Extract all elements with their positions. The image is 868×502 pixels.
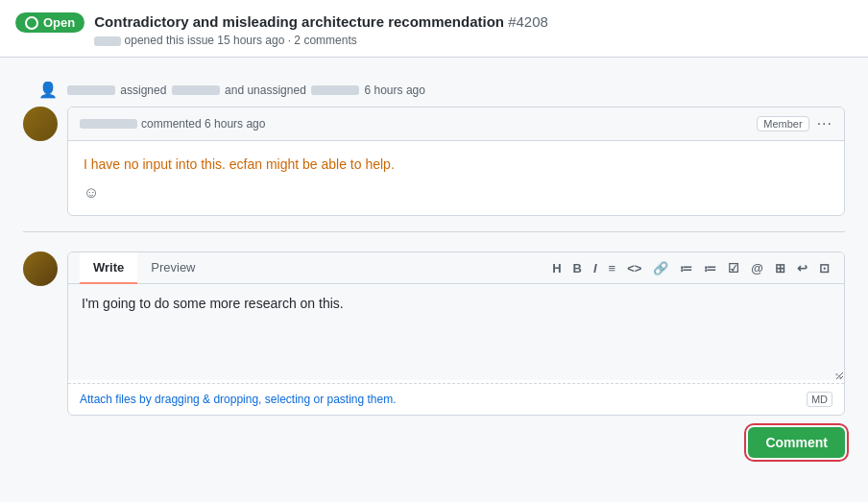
compose-input[interactable]: I'm going to do some more research on th…: [68, 284, 844, 380]
more-options-button[interactable]: ···: [817, 115, 832, 132]
compose-footer: Attach files by dragging & dropping, sel…: [68, 383, 844, 415]
toolbar-task-list[interactable]: ☑: [725, 259, 742, 277]
comment-header: commented 6 hours ago Member ···: [68, 108, 844, 141]
toolbar-undo[interactable]: ↩: [794, 259, 810, 277]
comment-body: I have no input into this. ecfan might b…: [68, 141, 844, 215]
activity-text: assigned and unassigned 6 hours ago: [65, 84, 425, 97]
author-avatar-pill: [94, 36, 121, 46]
member-badge: Member: [757, 116, 808, 131]
open-circle-icon: [25, 16, 38, 30]
user-pill-2: [172, 85, 220, 95]
commenter-avatar: [23, 107, 58, 141]
comment-header-left: commented 6 hours ago: [80, 117, 265, 131]
md-badge: MD: [807, 392, 832, 407]
person-icon: 👤: [38, 81, 58, 99]
user-pill-1: [67, 85, 115, 95]
tab-write[interactable]: Write: [80, 252, 137, 284]
issue-title-block: Contradictory and misleading architectur…: [94, 12, 548, 47]
comment-text: I have no input into this. ecfan might b…: [84, 155, 829, 175]
comment-author-pill: [80, 119, 137, 129]
issue-meta: opened this issue 15 hours ago · 2 comme…: [94, 34, 548, 47]
toolbar-unordered-list[interactable]: ≔: [677, 259, 695, 277]
issue-header: Open Contradictory and misleading archit…: [0, 0, 868, 58]
toolbar-heading[interactable]: H: [549, 259, 564, 277]
toolbar-quote[interactable]: ≡: [606, 259, 619, 277]
comment-meta-text: commented 6 hours ago: [141, 117, 265, 131]
textarea-wrapper: I'm going to do some more research on th…: [68, 284, 844, 383]
user-pill-3: [311, 85, 359, 95]
toolbar-bold[interactable]: B: [570, 259, 585, 277]
toolbar-mention[interactable]: @: [748, 259, 766, 277]
comment-button[interactable]: Comment: [748, 427, 845, 458]
open-badge-label: Open: [43, 15, 75, 30]
toolbar-fullscreen[interactable]: ⊡: [816, 259, 832, 277]
compose-tabs-left: Write Preview: [80, 252, 209, 283]
page-wrapper: Open Contradictory and misleading archit…: [0, 0, 868, 473]
compose-toolbar: H B I ≡ <> 🔗 ≔ ≔ ☑ @ ⊞ ↩ ⊡: [549, 253, 832, 283]
attach-text: Attach files by dragging & dropping, sel…: [80, 393, 397, 406]
main-content: 👤 assigned and unassigned 6 hours ago co…: [0, 58, 868, 473]
toolbar-link[interactable]: 🔗: [650, 259, 671, 277]
comment-header-right: Member ···: [757, 115, 832, 132]
submit-row: Comment: [23, 427, 845, 458]
tab-preview[interactable]: Preview: [137, 252, 208, 284]
activity-row: 👤 assigned and unassigned 6 hours ago: [38, 73, 845, 107]
compose-avatar: [23, 251, 58, 286]
toolbar-reference[interactable]: ⊞: [772, 259, 788, 277]
toolbar-ordered-list[interactable]: ≔: [701, 259, 719, 277]
toolbar-code[interactable]: <>: [624, 259, 644, 277]
open-badge: Open: [15, 12, 84, 33]
toolbar-italic[interactable]: I: [591, 259, 600, 277]
resize-handle: ⤡: [834, 371, 842, 381]
compose-tabs: Write Preview H B I ≡ <> 🔗 ≔ ≔ ☑ @: [68, 252, 844, 284]
compose-box: Write Preview H B I ≡ <> 🔗 ≔ ≔ ☑ @: [67, 251, 845, 416]
comment-section: commented 6 hours ago Member ··· I have …: [23, 107, 845, 216]
divider: [23, 231, 845, 232]
comment-box: commented 6 hours ago Member ··· I have …: [67, 107, 845, 216]
compose-section: Write Preview H B I ≡ <> 🔗 ≔ ≔ ☑ @: [23, 251, 845, 416]
emoji-reaction-button[interactable]: ☺: [84, 184, 829, 202]
issue-title: Contradictory and misleading architectur…: [94, 12, 548, 32]
